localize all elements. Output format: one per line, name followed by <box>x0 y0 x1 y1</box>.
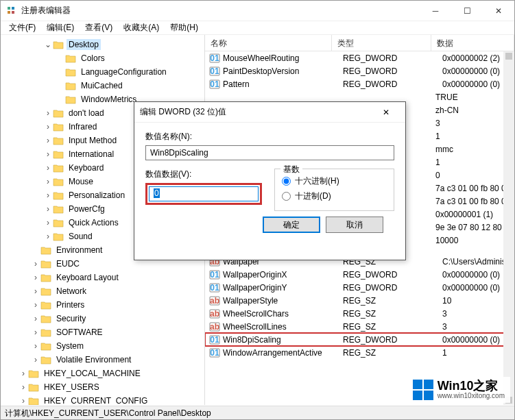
value-data: zh-CN <box>435 106 514 115</box>
close-button[interactable]: ✕ <box>483 1 514 21</box>
list-row[interactable]: abWheelScrollLinesREG_SZ3 <box>205 320 514 333</box>
expander-icon[interactable]: › <box>31 328 40 337</box>
value-data: 1 <box>435 132 514 141</box>
tree-label: Colors <box>79 53 107 64</box>
tree-item[interactable]: ›System <box>1 339 204 353</box>
value-data: 10000 <box>435 236 514 245</box>
expander-icon[interactable]: › <box>43 163 53 173</box>
expander-icon[interactable]: › <box>19 369 28 378</box>
col-type[interactable]: 类型 <box>332 35 431 51</box>
radio-dec[interactable]: 十进制(D) <box>282 188 387 203</box>
list-row[interactable]: 01MouseWheelRoutingREG_DWORD0x00000002 (… <box>205 51 514 64</box>
svg-text:01: 01 <box>210 270 219 280</box>
app-icon <box>6 5 17 16</box>
value-name: Win8DpiScaling <box>223 335 343 345</box>
col-data[interactable]: 数据 <box>431 35 514 51</box>
value-name: WallpaperStyle <box>223 296 343 306</box>
tree-item[interactable]: ›HKEY_USERS <box>1 380 204 394</box>
value-type: REG_SZ <box>343 322 442 332</box>
menu-view[interactable]: 查看(V) <box>80 21 118 35</box>
expander-icon[interactable]: › <box>31 355 40 365</box>
expander-icon[interactable]: › <box>31 273 40 282</box>
expander-icon[interactable]: › <box>43 122 53 132</box>
expander-icon[interactable]: › <box>19 382 28 392</box>
tree-item[interactable]: LanguageConfiguration <box>1 65 204 79</box>
list-row[interactable]: 01WallpaperOriginYREG_DWORD0x00000000 (0… <box>205 281 514 294</box>
tree-item[interactable]: MuiCached <box>1 79 204 92</box>
dialog-close-button[interactable]: ✕ <box>372 103 400 122</box>
expander-icon[interactable]: › <box>31 259 40 269</box>
value-data-input[interactable]: 0 <box>149 186 259 201</box>
cancel-button[interactable]: 取消 <box>326 217 383 233</box>
expander-icon[interactable]: › <box>43 190 53 200</box>
svg-text:ab: ab <box>210 296 219 306</box>
col-name[interactable]: 名称 <box>205 35 332 51</box>
tree-label: Infrared <box>67 121 99 132</box>
value-name: WheelScrollLines <box>223 322 343 332</box>
list-row[interactable]: 01PatternREG_DWORD0x00000000 (0) <box>205 77 514 90</box>
tree-item[interactable]: ›HKEY_CURRENT_CONFIG <box>1 394 204 405</box>
expander-icon[interactable]: › <box>19 396 28 405</box>
expander-icon[interactable]: › <box>43 177 53 186</box>
vertical-scrollbar[interactable] <box>503 51 514 405</box>
maximize-button[interactable]: ☐ <box>451 1 483 21</box>
value-type: REG_SZ <box>343 309 442 319</box>
value-data: 9e 3e 07 80 12 80 04 <box>435 223 514 232</box>
tree-item[interactable]: ⌄Desktop <box>1 38 204 51</box>
expander-icon[interactable]: › <box>43 108 53 118</box>
expander-icon[interactable]: › <box>43 149 53 159</box>
value-name-label: 数值名称(N): <box>145 131 394 143</box>
menu-file[interactable]: 文件(F) <box>3 21 41 35</box>
list-row[interactable]: abWheelScrollCharsREG_SZ3 <box>205 307 514 320</box>
base-group: 基数 十六进制(H) 十进制(D) <box>274 169 394 211</box>
tree-label: Input Method <box>67 135 119 146</box>
expander-icon[interactable]: › <box>43 232 53 241</box>
radio-dec-input[interactable] <box>282 192 291 201</box>
expander-icon[interactable]: › <box>43 218 53 227</box>
radio-hex-input[interactable] <box>282 177 291 186</box>
tree-item[interactable]: ›SOFTWARE <box>1 325 204 339</box>
tree-item[interactable]: ›HKEY_LOCAL_MACHINE <box>1 367 204 380</box>
tree-label: Quick Actions <box>67 217 121 228</box>
list-header: 名称 类型 数据 <box>205 35 514 51</box>
tree-label: WindowMetrics <box>79 94 139 105</box>
tree-item[interactable]: Colors <box>1 51 204 65</box>
list-row[interactable]: 01WindowArrangementActiveREG_SZ1 <box>205 346 514 359</box>
menu-edit[interactable]: 编辑(E) <box>41 21 80 35</box>
list-row[interactable]: abWallpaperStyleREG_SZ10 <box>205 294 514 307</box>
minimize-button[interactable]: ─ <box>420 1 451 21</box>
base-legend: 基数 <box>280 164 302 175</box>
tree-item[interactable]: ›Security <box>1 312 204 325</box>
svg-text:01: 01 <box>210 66 219 76</box>
menu-help[interactable]: 帮助(H) <box>165 21 204 35</box>
tree-item[interactable]: ›Printers <box>1 298 204 312</box>
expander-icon[interactable]: › <box>43 136 53 145</box>
tree-item[interactable]: ›Volatile Environment <box>1 353 204 367</box>
radio-hex[interactable]: 十六进制(H) <box>282 173 387 188</box>
list-row[interactable]: 01WallpaperOriginXREG_DWORD0x00000000 (0… <box>205 268 514 281</box>
expander-icon[interactable]: › <box>31 300 40 310</box>
value-name: WallpaperOriginY <box>223 283 343 293</box>
tree-item[interactable]: ›Keyboard Layout <box>1 271 204 284</box>
expander-icon[interactable]: ⌄ <box>43 40 53 49</box>
list-row[interactable]: 01PaintDesktopVersionREG_DWORD0x00000000… <box>205 64 514 77</box>
expander-icon[interactable]: › <box>31 314 40 323</box>
ok-button[interactable]: 确定 <box>263 217 320 233</box>
svg-text:ab: ab <box>210 309 219 319</box>
value-name-input[interactable] <box>145 145 394 160</box>
value-type: REG_SZ <box>343 348 442 358</box>
value-name: MouseWheelRouting <box>223 53 343 63</box>
expander-icon[interactable]: › <box>31 286 40 296</box>
tree-label: PowerCfg <box>67 203 107 214</box>
tree-label: Keyboard <box>67 162 106 173</box>
expander-icon[interactable]: › <box>43 204 53 214</box>
tree-item[interactable]: ›Network <box>1 284 204 298</box>
value-name: WindowArrangementActive <box>223 348 343 358</box>
list-row[interactable]: 01Win8DpiScalingREG_DWORD0x00000000 (0) <box>205 333 514 346</box>
svg-text:01: 01 <box>210 335 219 345</box>
expander-icon[interactable]: › <box>31 341 40 351</box>
menu-favorites[interactable]: 收藏夹(A) <box>118 21 165 35</box>
tree-label: Desktop <box>67 39 101 50</box>
tree-label: Environment <box>54 245 104 256</box>
value-type: REG_DWORD <box>343 53 442 63</box>
